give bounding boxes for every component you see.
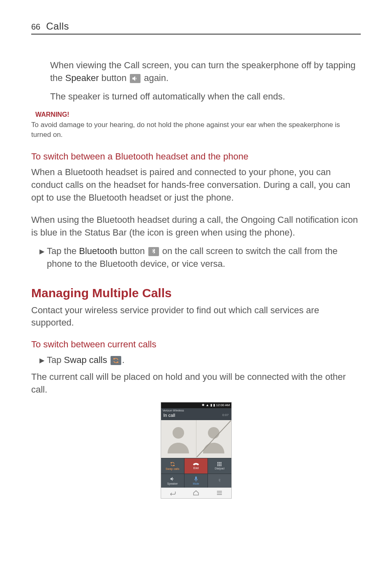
home-button[interactable] <box>184 488 208 498</box>
bluetooth-heading: To switch between a Bluetooth headset an… <box>31 151 361 162</box>
svg-rect-7 <box>217 465 219 467</box>
bluetooth-status-icon: ✱ <box>202 403 205 407</box>
page-number: 66 <box>31 22 40 32</box>
mute-icon <box>194 476 198 482</box>
avatar-icon <box>201 425 226 453</box>
bluetooth-icon <box>148 247 159 256</box>
swap-calls-label: Swap calls <box>64 355 107 365</box>
contact-hold <box>196 420 231 458</box>
bluetooth-p1: When a Bluetooth headset is paired and c… <box>31 166 361 204</box>
bluetooth-button[interactable] <box>208 474 231 488</box>
swap-calls-result: The current call will be placed on hold … <box>31 371 361 396</box>
home-icon <box>193 490 199 496</box>
speaker-icon <box>130 74 141 83</box>
status-bar: ✱ ▲ ▮ ▮ 12:00 AM <box>161 402 231 408</box>
contact-active <box>161 420 196 458</box>
speaker-icon <box>170 476 175 482</box>
back-icon <box>169 490 176 495</box>
status-time: 12:00 AM <box>216 403 230 407</box>
call-duration: 0:07 <box>222 413 229 417</box>
svg-rect-4 <box>217 464 219 465</box>
svg-rect-9 <box>221 465 222 467</box>
contact-area <box>161 420 231 458</box>
switch-calls-heading: To switch between current calls <box>31 339 361 350</box>
end-call-button[interactable]: End <box>184 458 208 474</box>
svg-rect-2 <box>219 462 220 463</box>
speaker-button[interactable]: Speaker <box>161 474 184 488</box>
mute-button[interactable]: Mute <box>184 474 208 488</box>
svg-rect-5 <box>219 464 220 465</box>
bluetooth-label: Bluetooth <box>79 246 117 256</box>
section-title: Calls <box>46 21 69 32</box>
nav-bar <box>161 488 231 498</box>
call-button-row-1: Swap calls End Dialpad <box>161 458 231 474</box>
end-call-icon <box>193 462 199 466</box>
bluetooth-p2: When using the Bluetooth headset during … <box>31 214 361 239</box>
dialpad-button[interactable]: Dialpad <box>208 458 231 474</box>
svg-rect-8 <box>219 465 220 467</box>
warning-text: To avoid damage to your hearing, do not … <box>31 120 361 140</box>
battery-status-icon: ▮ <box>213 403 215 407</box>
menu-icon <box>216 490 223 495</box>
managing-p1: Contact your wireless service provider t… <box>31 304 361 330</box>
swap-icon <box>170 461 175 467</box>
back-button[interactable] <box>161 488 184 498</box>
managing-heading: Managing Multiple Calls <box>31 286 361 300</box>
wifi-status-icon: ▲ <box>206 403 209 407</box>
speaker-off-paragraph: When viewing the Call screen, you can tu… <box>50 59 361 85</box>
swap-calls-bullet: ▶ Tap Swap calls . <box>39 354 361 367</box>
speaker-auto-off-paragraph: The speaker is turned off automatically … <box>50 90 361 103</box>
swap-calls-icon <box>111 356 121 365</box>
warning-label: WARNING! <box>35 111 361 118</box>
menu-button[interactable] <box>208 488 231 498</box>
call-state-label: In call <box>164 413 175 418</box>
carrier-label: Verizon Wireless <box>161 408 231 412</box>
bullet-icon: ▶ <box>39 356 44 364</box>
call-button-row-2: Speaker Mute <box>161 474 231 488</box>
page-header: 66 Calls <box>31 21 361 35</box>
speaker-label: Speaker <box>65 73 99 83</box>
bluetooth-icon <box>217 478 222 483</box>
dialpad-icon <box>217 462 222 467</box>
svg-rect-1 <box>217 462 219 463</box>
signal-status-icon: ▮ <box>210 403 212 407</box>
bullet-icon: ▶ <box>39 247 44 255</box>
svg-rect-3 <box>221 462 222 463</box>
avatar-icon <box>166 425 191 453</box>
swap-calls-button[interactable]: Swap calls <box>161 458 184 474</box>
bluetooth-bullet: ▶ Tap the Bluetooth button on the call s… <box>39 245 361 270</box>
in-call-screenshot: ✱ ▲ ▮ ▮ 12:00 AM Verizon Wireless In cal… <box>161 402 232 499</box>
in-call-row: In call 0:07 <box>161 412 231 420</box>
svg-rect-6 <box>221 464 222 465</box>
